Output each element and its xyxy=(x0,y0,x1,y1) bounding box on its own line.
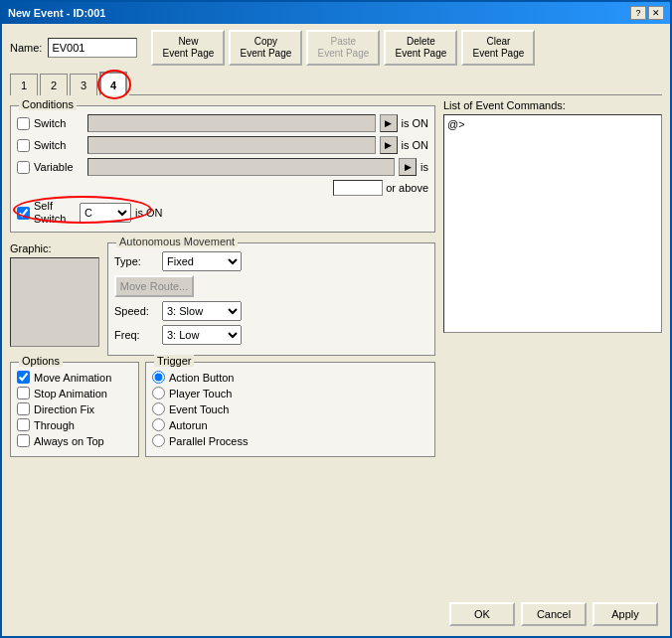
switch2-arrow-btn[interactable]: ▶ xyxy=(380,136,398,154)
variable-checkbox[interactable] xyxy=(17,161,30,174)
left-panel: Conditions Switch ▶ is ON Switch xyxy=(10,99,435,592)
tab-spacer xyxy=(129,94,662,95)
trigger-event-radio[interactable] xyxy=(152,402,165,415)
switch1-status: is ON xyxy=(402,117,429,129)
trigger-player-radio[interactable] xyxy=(152,387,165,399)
option-stop-animation: Stop Animation xyxy=(17,387,132,399)
self-switch-label: Self Switch xyxy=(34,200,76,226)
copy-event-page-button[interactable]: CopyEvent Page xyxy=(229,30,302,66)
trigger-player-touch: Player Touch xyxy=(152,387,428,399)
switch1-input[interactable] xyxy=(87,114,376,132)
ok-button[interactable]: OK xyxy=(449,602,515,626)
trigger-autorun-label: Autorun xyxy=(169,419,208,431)
option-always-on-top: Always on Top xyxy=(17,434,132,447)
or-above: or above xyxy=(17,180,428,196)
type-row: Type: Fixed Random Approach Custom xyxy=(114,251,428,271)
switch1-arrow-btn[interactable]: ▶ xyxy=(380,114,398,132)
graphic-section: Graphic: xyxy=(10,242,99,356)
options-title: Options xyxy=(19,355,63,367)
through-checkbox[interactable] xyxy=(17,418,30,431)
graphic-box[interactable] xyxy=(10,257,99,347)
trigger-event-label: Event Touch xyxy=(169,403,229,415)
apply-button[interactable]: Apply xyxy=(592,602,658,626)
top-row: Name: NewEvent Page CopyEvent Page Paste… xyxy=(10,30,662,66)
variable-arrow-btn[interactable]: ▶ xyxy=(399,158,417,176)
main-dialog: New Event - ID:001 ? ✕ Name: NewEvent Pa… xyxy=(0,0,672,638)
freq-select[interactable]: 1: Lowest 2: Lower 3: Low 4: Normal 5: H… xyxy=(162,325,242,345)
through-label: Through xyxy=(34,419,75,431)
trigger-action-button: Action Button xyxy=(152,371,428,384)
cancel-button[interactable]: Cancel xyxy=(521,602,587,626)
new-event-page-button[interactable]: NewEvent Page xyxy=(151,30,225,66)
tab-1[interactable]: 1 xyxy=(10,74,38,95)
bottom-options-row: Options Move Animation Stop Animation Di… xyxy=(10,362,435,457)
variable-label: Variable xyxy=(34,161,84,173)
switch2-status: is ON xyxy=(402,139,429,151)
switch2-input[interactable] xyxy=(87,136,376,154)
speed-row: Speed: 1: x8 Slower 2: x4 Slower 3: Slow… xyxy=(114,301,428,321)
movement-title: Autonomous Movement xyxy=(116,236,238,247)
tab-2[interactable]: 2 xyxy=(40,74,68,95)
self-switch-row: Self Switch A B C D is ON xyxy=(17,200,428,226)
direction-fix-checkbox[interactable] xyxy=(17,402,30,415)
dialog-title: New Event - ID:001 xyxy=(8,7,105,19)
variable-input[interactable] xyxy=(87,158,395,176)
list-of-commands-title: List of Event Commands: xyxy=(443,99,662,111)
tab-4[interactable]: 4 xyxy=(99,72,127,95)
autonomous-movement-box: Autonomous Movement Type: Fixed Random A… xyxy=(107,242,435,356)
title-bar: New Event - ID:001 ? ✕ xyxy=(2,2,670,24)
trigger-autorun-radio[interactable] xyxy=(152,418,165,431)
name-label: Name: xyxy=(10,42,42,54)
or-above-input[interactable] xyxy=(333,180,383,196)
dialog-body: Name: NewEvent Page CopyEvent Page Paste… xyxy=(2,24,670,636)
name-input[interactable] xyxy=(48,38,137,58)
direction-fix-label: Direction Fix xyxy=(34,403,94,415)
bottom-buttons: OK Cancel Apply xyxy=(10,596,662,630)
type-select[interactable]: Fixed Random Approach Custom xyxy=(162,251,242,271)
trigger-parallel-radio[interactable] xyxy=(152,434,165,447)
always-on-top-checkbox[interactable] xyxy=(17,434,30,447)
list-of-commands-content[interactable]: @> xyxy=(443,114,662,333)
self-switch-select[interactable]: A B C D xyxy=(80,203,131,223)
trigger-parallel: Parallel Process xyxy=(152,434,428,447)
graphic-label: Graphic: xyxy=(10,242,99,254)
move-animation-checkbox[interactable] xyxy=(17,371,30,384)
clear-event-page-button[interactable]: ClearEvent Page xyxy=(461,30,535,66)
option-through: Through xyxy=(17,418,132,431)
always-on-top-label: Always on Top xyxy=(34,435,104,447)
stop-animation-checkbox[interactable] xyxy=(17,387,30,399)
switch2-checkbox[interactable] xyxy=(17,139,30,152)
conditions-box: Conditions Switch ▶ is ON Switch xyxy=(10,105,435,233)
trigger-event-touch: Event Touch xyxy=(152,402,428,415)
self-switch-checkbox[interactable] xyxy=(17,207,30,220)
paste-event-page-button[interactable]: PasteEvent Page xyxy=(306,30,380,66)
option-move-animation: Move Animation xyxy=(17,371,132,384)
switch1-checkbox[interactable] xyxy=(17,117,30,130)
main-content: Conditions Switch ▶ is ON Switch xyxy=(10,99,662,592)
right-panel: List of Event Commands: @> xyxy=(443,99,662,592)
conditions-title: Conditions xyxy=(19,98,77,110)
switch1-label: Switch xyxy=(34,117,84,129)
self-switch-status: is ON xyxy=(135,207,163,219)
speed-select[interactable]: 1: x8 Slower 2: x4 Slower 3: Slow 4: Nor… xyxy=(162,301,242,321)
options-box: Options Move Animation Stop Animation Di… xyxy=(10,362,139,457)
help-button[interactable]: ? xyxy=(630,6,646,20)
tab-3[interactable]: 3 xyxy=(70,74,97,95)
freq-row: Freq: 1: Lowest 2: Lower 3: Low 4: Norma… xyxy=(114,325,428,345)
type-label: Type: xyxy=(114,255,156,267)
trigger-player-label: Player Touch xyxy=(169,388,232,399)
trigger-action-radio[interactable] xyxy=(152,371,165,384)
top-buttons: NewEvent Page CopyEvent Page PasteEvent … xyxy=(151,30,535,66)
stop-animation-label: Stop Animation xyxy=(34,388,107,399)
trigger-box: Trigger Action Button Player Touch Event… xyxy=(145,362,435,457)
move-route-button[interactable]: Move Route... xyxy=(114,275,194,297)
delete-event-page-button[interactable]: DeleteEvent Page xyxy=(384,30,457,66)
close-button[interactable]: ✕ xyxy=(648,6,664,20)
variable-status: is xyxy=(420,161,428,173)
switch2-label: Switch xyxy=(34,139,84,151)
title-bar-buttons: ? ✕ xyxy=(630,6,664,20)
condition-row-3: Variable ▶ is xyxy=(17,158,428,176)
condition-row-1: Switch ▶ is ON xyxy=(17,114,428,132)
speed-label: Speed: xyxy=(114,305,156,317)
trigger-autorun: Autorun xyxy=(152,418,428,431)
